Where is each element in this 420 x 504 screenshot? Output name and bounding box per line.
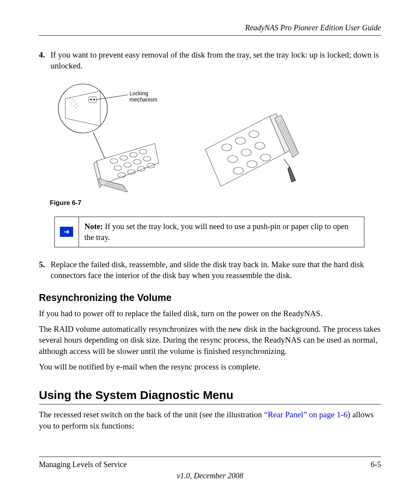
callout-line-2: mechanism	[130, 96, 158, 103]
tray-illustration-right	[194, 103, 306, 192]
diag-text-pre: The recessed reset switch on the back of…	[39, 410, 264, 419]
footer-chapter: Managing Levels of Service	[39, 460, 127, 469]
paragraph-resync-1: If you had to power off to replace the f…	[39, 308, 381, 319]
svg-point-3	[93, 99, 95, 100]
rear-panel-xref-link[interactable]: “Rear Panel” on page 1-6	[264, 410, 348, 419]
svg-marker-20	[98, 178, 128, 192]
page-header: ReadyNAS Pro Pioneer Edition User Guide	[39, 23, 381, 36]
svg-marker-24	[205, 116, 285, 186]
tray-illustration-left: Locking mechanism	[50, 79, 166, 192]
svg-marker-40	[288, 167, 296, 182]
step-number: 4.	[39, 49, 51, 72]
step-text: Replace the failed disk, reassemble, and…	[51, 259, 381, 281]
callout-line-1: Locking	[130, 90, 148, 96]
svg-point-2	[90, 99, 92, 100]
note-arrow-icon: ➔	[60, 227, 73, 237]
note-box: ➔ Note: If you set the tray lock, you wi…	[54, 217, 364, 247]
note-label: Note:	[84, 222, 103, 231]
step-list-continued: 5. Replace the failed disk, reassemble, …	[39, 259, 381, 281]
note-text: Note: If you set the tray lock, you will…	[79, 217, 364, 247]
resync-subheading: Resynchronizing the Volume	[39, 292, 381, 303]
step-4: 4. If you want to prevent easy removal o…	[39, 49, 381, 72]
page-footer: Managing Levels of Service 6-5	[39, 457, 381, 469]
footer-version: v1.0, December 2008	[39, 471, 381, 480]
diagnostic-section-heading: Using the System Diagnostic Menu	[39, 388, 381, 404]
step-5: 5. Replace the failed disk, reassemble, …	[39, 259, 381, 281]
note-body: If you set the tray lock, you will need …	[84, 222, 348, 242]
svg-marker-6	[96, 144, 159, 184]
step-number: 5.	[39, 259, 51, 281]
document-page: ReadyNAS Pro Pioneer Edition User Guide …	[0, 0, 420, 496]
footer-page-number: 6-5	[371, 460, 381, 469]
paragraph-resync-3: You will be notified by e-mail when the …	[39, 361, 381, 372]
figure-6-7: Locking mechanism	[50, 79, 381, 207]
note-icon-cell: ➔	[55, 217, 79, 247]
diagnostic-intro-paragraph: The recessed reset switch on the back of…	[39, 409, 381, 431]
step-list: 4. If you want to prevent easy removal o…	[39, 49, 381, 72]
svg-line-39	[284, 159, 290, 167]
figure-caption: Figure 6-7	[50, 199, 381, 207]
paragraph-resync-2: The RAID volume automatically resynchron…	[39, 324, 381, 357]
locking-mechanism-label: Locking mechanism	[130, 90, 158, 103]
svg-point-0	[58, 84, 107, 133]
step-text: If you want to prevent easy removal of t…	[51, 49, 381, 72]
